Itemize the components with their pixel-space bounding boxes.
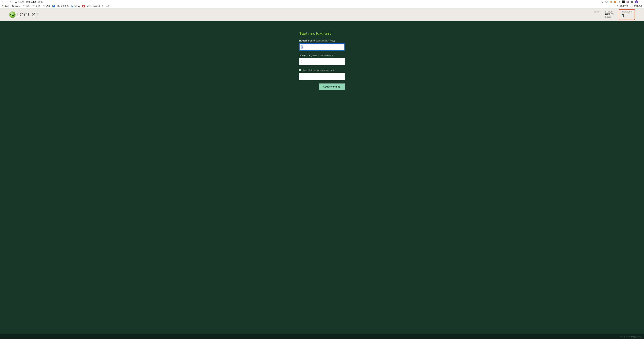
watermark: CSDN @qyzhg · 写点博客玩玩 <box>618 336 643 338</box>
other-bookmarks[interactable]: 其他书签 <box>617 5 628 8</box>
form-title: Start new load test <box>299 31 345 36</box>
bookmark-label: self <box>106 5 109 7</box>
locust-header: LOCUST HOST STATUS READY 0 users WORKERS… <box>0 8 644 21</box>
bookmark-label: 开发 <box>36 5 40 8</box>
host-input[interactable] <box>299 73 345 80</box>
bookmark-label: qyzhg <box>74 5 80 7</box>
svg-point-14 <box>4 6 4 6</box>
bookmark-label: searx <box>15 5 20 7</box>
app-icon <box>71 5 74 8</box>
spawn-value: 1 <box>301 60 302 63</box>
stat-value: 1 <box>622 13 632 18</box>
stat-status: STATUS READY 0 users <box>602 10 617 20</box>
forward-icon[interactable] <box>6 0 8 3</box>
other-bookmarks-label: 其他书签 <box>620 5 628 8</box>
stat-label: HOST <box>594 11 599 13</box>
svg-rect-2 <box>610 1 611 2</box>
menu-icon[interactable] <box>640 0 643 3</box>
stat-host: HOST <box>590 10 602 20</box>
bookmark-label: HCM测试工具 <box>56 5 68 8</box>
stat-value: READY <box>605 13 614 16</box>
ext-braces-icon[interactable]: {o} <box>626 0 629 3</box>
main-panel: Start new load test Number of users (pea… <box>0 21 644 339</box>
svg-point-12 <box>2 6 2 6</box>
insecure-badge: 不安全 <box>15 0 24 3</box>
users-input[interactable]: 1 <box>299 43 345 50</box>
stat-label: WORKERS <box>622 11 632 13</box>
locust-logo-icon <box>9 12 16 18</box>
folder-icon <box>22 5 25 8</box>
reading-list-label: 阅读清单 <box>634 5 642 8</box>
separator <box>25 1 25 3</box>
svg-point-16 <box>3 6 3 7</box>
svg-point-17 <box>4 6 4 7</box>
bookmark-label: 渗透 <box>46 5 50 8</box>
bookmark-item[interactable]: qyzhg <box>71 5 80 8</box>
spawn-input[interactable]: 1 <box>299 58 345 65</box>
folder-icon <box>102 5 105 8</box>
folder-icon <box>617 5 619 8</box>
stat-label: STATUS <box>605 11 614 13</box>
svg-point-15 <box>2 6 2 7</box>
profile-avatar[interactable]: qy <box>635 0 638 3</box>
reading-list[interactable]: 阅读清单 <box>631 5 642 8</box>
svg-marker-0 <box>605 1 608 3</box>
apps-button[interactable]: 应用 <box>2 5 9 8</box>
bookmark-item[interactable]: self <box>102 5 109 8</box>
svg-point-7 <box>641 2 641 2</box>
app-icon <box>52 5 55 8</box>
svg-point-18 <box>12 5 14 6</box>
svg-point-6 <box>641 1 641 1</box>
footer: About <box>0 334 644 339</box>
svg-rect-24 <box>83 6 84 7</box>
insecure-label: 不安全 <box>18 0 24 3</box>
toolbar-right: C ▪ {o} qy <box>600 0 643 3</box>
bookmark-label: Notes Station 3 <box>86 5 100 7</box>
stat-subvalue: 0 users <box>605 16 614 18</box>
url-host: 10.0.0.100 <box>26 1 36 3</box>
svg-point-9 <box>2 5 2 6</box>
bookmark-item[interactable]: searx <box>12 5 20 8</box>
svg-point-13 <box>3 6 3 6</box>
svg-point-8 <box>641 2 641 3</box>
search-icon <box>12 5 14 8</box>
bookmark-label: 办公 <box>26 5 30 8</box>
list-icon <box>631 5 633 8</box>
host-label: Host (e.g. http://www.example.com) <box>299 69 345 71</box>
ext-warn-icon[interactable] <box>614 0 616 3</box>
ext-c-icon[interactable]: C <box>618 0 620 3</box>
locust-logo-text: LOCUST <box>16 12 39 18</box>
bookmarks-bar: 应用 searx 办公 开发 渗透 HCM测试工具 qyzhg Notes St… <box>0 4 644 8</box>
address-bar[interactable]: 不安全 10.0.0.100:8089 <box>15 0 43 3</box>
bookmark-item[interactable]: Notes Station 3 <box>82 5 100 8</box>
extensions-icon[interactable] <box>630 0 634 3</box>
bookmark-item[interactable]: HCM测试工具 <box>52 5 68 8</box>
stat-workers: WORKERS 1 <box>619 10 635 20</box>
bookmark-item[interactable]: 开发 <box>32 5 40 8</box>
users-value: 1 <box>301 45 303 48</box>
back-icon[interactable] <box>1 0 4 3</box>
url-port: :8089 <box>38 1 43 3</box>
users-label: Number of users (peak concurrency) <box>299 40 345 42</box>
svg-rect-22 <box>72 6 73 6</box>
bookmark-item[interactable]: 办公 <box>22 5 30 8</box>
apps-label: 应用 <box>5 5 9 8</box>
ext-copy-icon[interactable] <box>610 0 612 3</box>
ext-terminal-icon[interactable]: ▪ <box>622 0 625 3</box>
star-icon[interactable] <box>605 0 608 3</box>
header-stats: HOST STATUS READY 0 users WORKERS 1 <box>590 10 635 20</box>
app-icon <box>82 5 85 8</box>
browser-toolbar: 不安全 10.0.0.100:8089 C ▪ {o} qy <box>0 0 644 4</box>
folder-icon <box>32 5 35 8</box>
reload-icon[interactable] <box>10 0 13 3</box>
folder-icon <box>42 5 45 8</box>
svg-point-11 <box>4 5 4 6</box>
bookmark-item[interactable]: 渗透 <box>42 5 50 8</box>
spawn-label: Spawn rate (users started/second) <box>299 54 345 57</box>
start-swarming-button[interactable]: Start swarming <box>319 84 345 90</box>
svg-rect-1 <box>610 2 612 3</box>
translate-icon[interactable] <box>600 0 603 3</box>
locust-logo[interactable]: LOCUST <box>9 12 39 18</box>
start-form: Start new load test Number of users (pea… <box>299 31 345 339</box>
apps-grid-icon <box>2 5 4 8</box>
